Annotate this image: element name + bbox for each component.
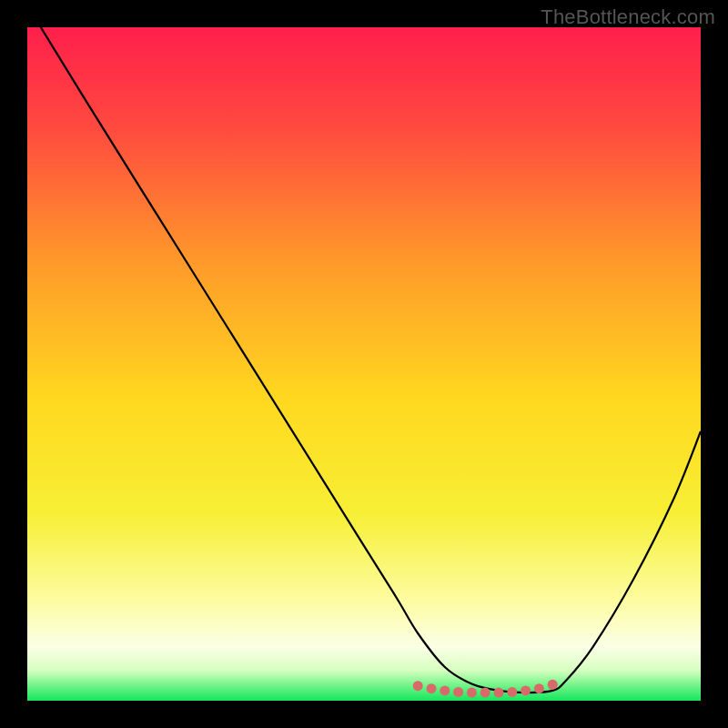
chart-background (27, 27, 701, 701)
optimal-marker (548, 680, 558, 690)
chart-svg (27, 27, 701, 701)
optimal-marker (507, 687, 517, 697)
optimal-marker (440, 685, 450, 695)
optimal-marker (494, 688, 504, 698)
optimal-marker (453, 687, 463, 697)
optimal-marker (427, 683, 437, 693)
optimal-marker (413, 681, 423, 691)
chart-frame (27, 27, 701, 701)
optimal-marker (521, 685, 531, 695)
optimal-marker (467, 688, 477, 698)
optimal-marker (534, 683, 544, 693)
optimal-marker (480, 688, 490, 698)
watermark-text: TheBottleneck.com (541, 5, 715, 29)
